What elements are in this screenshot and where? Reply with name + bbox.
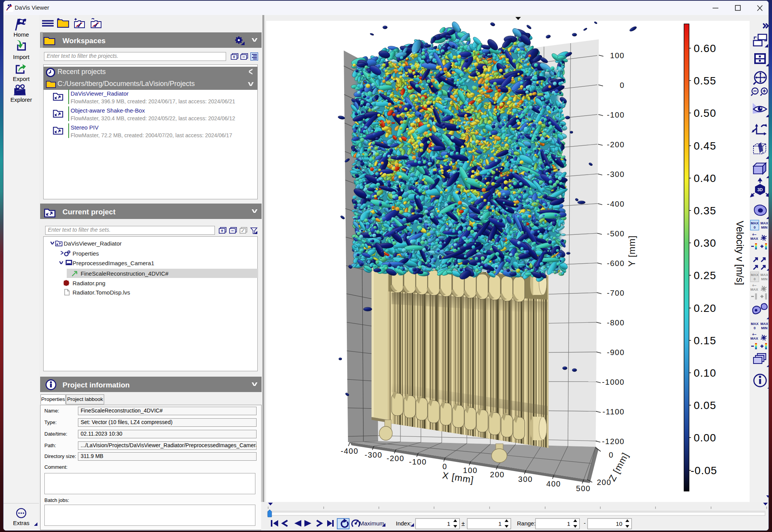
svg-text:+−: +− [752, 332, 757, 337]
svg-text:−: − [231, 228, 234, 234]
svg-text:Y [mm]: Y [mm] [627, 235, 637, 267]
svg-text:-: - [584, 520, 586, 526]
svg-text:1: 1 [447, 520, 450, 527]
svg-text:Index:: Index: [396, 520, 412, 527]
svg-text:+−: +− [752, 283, 757, 288]
svg-text:-0.05: -0.05 [691, 465, 717, 476]
svg-text:✓: ✓ [241, 228, 245, 234]
svg-text:-700: -700 [607, 289, 625, 297]
svg-text:-1200: -1200 [602, 437, 625, 446]
svg-text:MIN: MIN [761, 326, 768, 330]
svg-text:+−: +− [752, 232, 757, 237]
svg-text:±: ± [461, 520, 465, 527]
svg-text:100: 100 [610, 51, 625, 60]
svg-text:1: 1 [567, 520, 570, 527]
svg-text:MAX: MAX [750, 337, 758, 340]
svg-text:-900: -900 [607, 348, 625, 357]
svg-text:-300: -300 [607, 170, 625, 178]
svg-text:0.35: 0.35 [694, 205, 716, 217]
svg-text:0: 0 [753, 226, 755, 229]
svg-text:0.00: 0.00 [694, 432, 716, 444]
svg-text:10: 10 [616, 520, 622, 527]
svg-text:0.10: 0.10 [694, 367, 716, 379]
svg-text:0.55: 0.55 [694, 75, 716, 87]
svg-text:400: 400 [546, 480, 561, 488]
svg-text:0.45: 0.45 [694, 140, 716, 152]
svg-text:0.50: 0.50 [694, 107, 716, 119]
svg-text:Maximum: Maximum [359, 520, 384, 527]
svg-text:Range:: Range: [517, 520, 536, 527]
svg-text:MAX: MAX [760, 322, 768, 326]
svg-text:MAX: MAX [751, 322, 758, 326]
svg-text:+: + [233, 54, 236, 60]
svg-text:-200: -200 [607, 140, 625, 149]
svg-text:-400: -400 [607, 200, 625, 208]
svg-text:MAX: MAX [750, 237, 758, 241]
svg-text:MAX: MAX [750, 288, 758, 291]
svg-text:-500: -500 [607, 229, 625, 238]
svg-text:0.40: 0.40 [694, 172, 716, 184]
svg-text:MAX: MAX [760, 273, 768, 277]
svg-text:-600: -600 [607, 259, 625, 268]
svg-text:0: 0 [443, 462, 448, 471]
svg-text:200: 200 [490, 470, 505, 479]
svg-text:500: 500 [576, 484, 591, 493]
svg-text:0.15: 0.15 [694, 335, 716, 347]
svg-text:0: 0 [620, 81, 625, 89]
svg-text:MIN: MIN [761, 226, 768, 229]
svg-text:1: 1 [498, 520, 502, 527]
svg-text:0.05: 0.05 [694, 399, 716, 411]
svg-text:Velocity v [m/s]: Velocity v [m/s] [735, 221, 745, 285]
svg-text:0: 0 [753, 326, 755, 330]
svg-text:-200: -200 [387, 454, 404, 463]
svg-text:0.25: 0.25 [694, 269, 716, 281]
svg-text:+: + [221, 228, 224, 234]
svg-text:-400: -400 [341, 447, 358, 455]
svg-text:0.20: 0.20 [694, 302, 716, 314]
svg-text:−: − [242, 54, 245, 60]
svg-text:-300: -300 [365, 451, 382, 459]
svg-text:3D: 3D [757, 187, 763, 192]
svg-text:-100: -100 [607, 111, 625, 119]
svg-text:MAX: MAX [751, 273, 758, 277]
svg-text:MAX: MAX [751, 221, 758, 225]
svg-text:0: 0 [609, 451, 614, 459]
svg-text:-100: -100 [409, 458, 427, 466]
svg-text:-1000: -1000 [602, 378, 625, 386]
svg-text:MIN: MIN [761, 277, 768, 281]
svg-text:0.60: 0.60 [694, 42, 716, 54]
svg-text:0: 0 [753, 277, 755, 281]
svg-text:MAX: MAX [760, 221, 768, 225]
svg-text:-1100: -1100 [603, 407, 625, 416]
svg-text:-800: -800 [607, 318, 625, 327]
svg-text:300: 300 [518, 475, 533, 483]
svg-text:0.30: 0.30 [694, 237, 716, 249]
